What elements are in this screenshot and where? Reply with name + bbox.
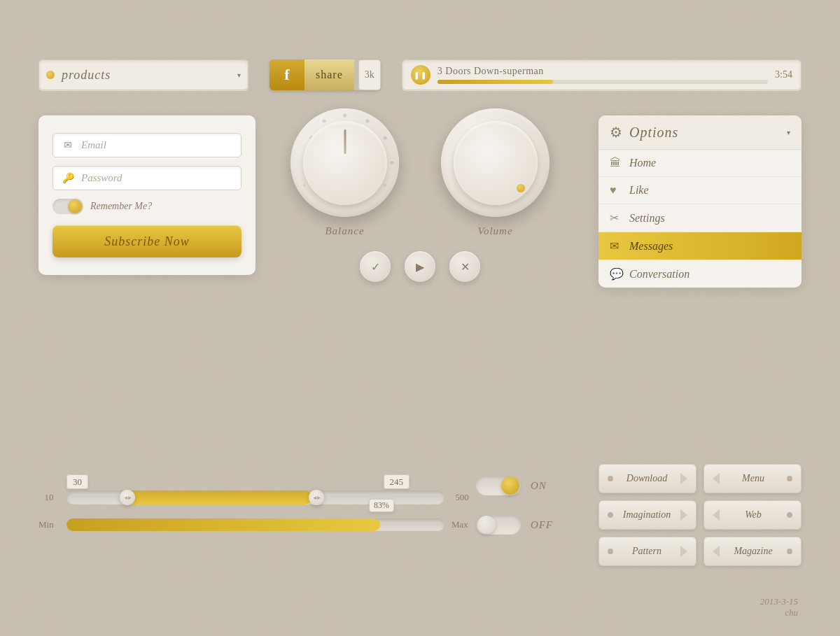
progress-max-label: Max: [451, 519, 472, 530]
login-panel: ✉ Email 🔑 Password Remember Me? Subscrib…: [38, 115, 255, 275]
tag-dot: [608, 476, 613, 481]
close-button[interactable]: ✕: [449, 251, 480, 282]
range-max-label: 500: [451, 492, 472, 503]
range-slider: 30 245 10 ◄► ◄► 500: [38, 475, 472, 504]
facebook-share[interactable]: f share 3k: [270, 59, 381, 90]
options-item-home[interactable]: 🏛 Home: [598, 150, 802, 177]
footer-date: 2013-3-15: [760, 596, 798, 607]
options-header: ⚙ Options ▾: [598, 115, 802, 150]
subscribe-button[interactable]: Subscribe Now: [52, 225, 241, 257]
progress-track[interactable]: 83%: [66, 518, 444, 531]
tag-web[interactable]: Web: [704, 500, 802, 530]
options-label-settings: Settings: [629, 212, 665, 225]
tag-download[interactable]: Download: [598, 464, 696, 493]
tags-area: Download Menu Imagination Web Pattern Ma…: [598, 464, 802, 566]
email-icon: ✉: [60, 139, 76, 151]
tag-dot: [787, 549, 792, 554]
tag-menu[interactable]: Menu: [704, 464, 802, 493]
volume-label: Volume: [477, 225, 512, 237]
options-item-like[interactable]: ♥ Like: [598, 177, 802, 204]
control-buttons: ✓ ▶ ✕: [360, 251, 480, 282]
toggle-on-wrap: ON: [476, 476, 553, 495]
tag-dot: [608, 512, 613, 518]
progress-fill: [66, 518, 380, 531]
volume-indicator-dot: [517, 184, 525, 192]
facebook-icon: f: [270, 59, 304, 90]
music-progress-bar: [438, 80, 768, 84]
dropdown-dot: [46, 71, 55, 79]
tag-imagination[interactable]: Imagination: [598, 500, 696, 530]
music-player: ❚❚ 3 Doors Down-superman 3:54: [402, 59, 802, 90]
play-button[interactable]: ▶: [405, 251, 435, 282]
options-label-conversation: Conversation: [629, 268, 690, 281]
home-icon: 🏛: [610, 157, 629, 169]
knobs-area: Balance Volume ✓ ▶ ✕: [273, 108, 567, 282]
pause-button[interactable]: ❚❚: [411, 65, 430, 85]
tag-dot: [608, 549, 613, 554]
options-item-messages[interactable]: ✉ Messages: [598, 232, 802, 260]
arrow-left-icon: [713, 509, 720, 521]
volume-knob-outer[interactable]: [441, 108, 550, 217]
tag-magazine[interactable]: Magazine: [704, 537, 802, 566]
tag-dot: [787, 512, 792, 518]
footer-author: chu: [760, 607, 798, 619]
password-placeholder: Password: [81, 172, 122, 184]
range-handle-left-value: 30: [66, 474, 88, 489]
range-track-wrap: 10 ◄► ◄► 500: [38, 490, 472, 504]
knobs-row: Balance Volume: [290, 108, 550, 237]
arrow-right-icon: [680, 509, 687, 521]
options-chevron-icon: ▾: [787, 129, 790, 136]
share-label: share: [304, 59, 354, 90]
share-count: 3k: [358, 59, 381, 90]
options-item-settings[interactable]: ✂ Settings: [598, 204, 802, 232]
remember-toggle[interactable]: [52, 199, 83, 214]
options-item-conversation[interactable]: 💬 Conversation: [598, 260, 802, 288]
settings-icon: ✂: [610, 211, 629, 225]
range-min-label: 10: [38, 492, 59, 503]
progress-min-label: Min: [38, 519, 59, 530]
svg-point-1: [366, 120, 370, 123]
remember-label: Remember Me?: [90, 201, 152, 212]
arrow-left-icon: [713, 546, 720, 557]
svg-point-0: [343, 114, 346, 118]
remember-row: Remember Me?: [52, 199, 241, 214]
conversation-icon: 💬: [610, 267, 629, 281]
tag-imagination-label: Imagination: [619, 509, 675, 521]
toggle-off[interactable]: [476, 515, 521, 535]
options-panel: ⚙ Options ▾ 🏛 Home ♥ Like ✂ Settings ✉ M…: [598, 115, 802, 288]
options-label-home: Home: [629, 157, 656, 169]
svg-point-2: [384, 136, 387, 140]
play-icon: ▶: [416, 260, 424, 274]
balance-knob-outer[interactable]: [290, 108, 399, 217]
toggle-off-knob: [477, 516, 496, 534]
svg-point-8: [303, 184, 306, 187]
tag-web-label: Web: [725, 509, 781, 521]
sliders-area: 30 245 10 ◄► ◄► 500 Min 83%: [38, 475, 472, 531]
tag-pattern[interactable]: Pattern: [598, 537, 696, 566]
products-dropdown[interactable]: products ▾: [38, 59, 248, 90]
balance-knob-tick: [344, 129, 346, 154]
toggle-on-knob: [501, 476, 519, 495]
pause-icon: ❚❚: [414, 71, 428, 79]
email-field[interactable]: ✉ Email: [52, 133, 241, 157]
progress-percent-bubble: 83%: [369, 499, 394, 512]
toggle-on-label: ON: [531, 480, 547, 492]
tag-download-label: Download: [619, 473, 675, 484]
range-fill: [123, 490, 312, 504]
range-handle-right[interactable]: ◄►: [309, 490, 324, 505]
messages-icon: ✉: [610, 239, 629, 253]
password-field[interactable]: 🔑 Password: [52, 166, 241, 190]
check-button[interactable]: ✓: [360, 251, 391, 282]
key-icon: 🔑: [60, 172, 76, 184]
toggle-on[interactable]: [476, 476, 521, 495]
range-handle-right-value: 245: [384, 474, 410, 489]
gear-icon: ⚙: [610, 124, 622, 141]
tag-pattern-label: Pattern: [619, 546, 675, 557]
arrow-right-icon: [680, 473, 687, 484]
tag-menu-label: Menu: [725, 473, 781, 484]
range-handle-left[interactable]: ◄►: [120, 490, 135, 505]
dropdown-label: products: [62, 68, 237, 83]
tag-magazine-label: Magazine: [725, 546, 781, 557]
arrow-left-icon: [713, 473, 720, 484]
toggle-knob: [68, 199, 82, 213]
